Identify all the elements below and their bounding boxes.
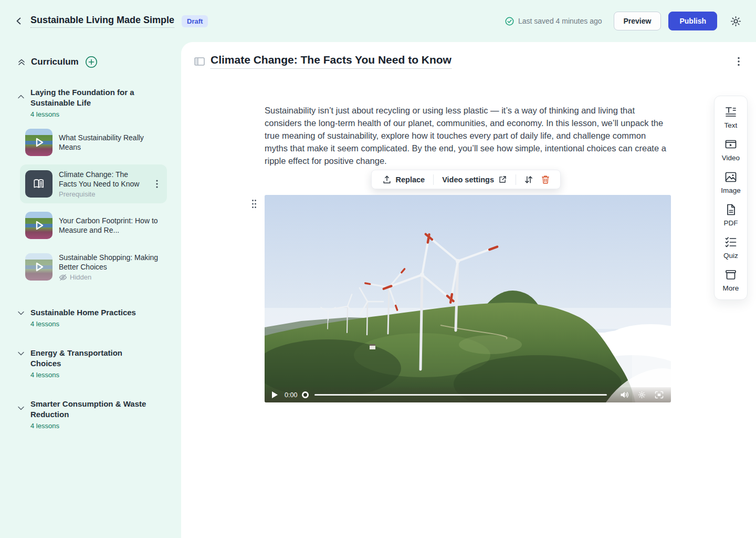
chevron-left-icon (15, 17, 23, 25)
volume-button[interactable] (618, 391, 631, 399)
upload-icon (382, 175, 392, 184)
block-type-rail: Text Video Image PDF Quiz (714, 96, 748, 300)
preview-button[interactable]: Preview (614, 12, 662, 30)
rail-label: Image (721, 187, 741, 194)
curriculum-sidebar: Curriculum Laying the Foundation for a S… (0, 42, 181, 538)
plus-circle-icon (85, 56, 98, 68)
add-text-block-button[interactable]: Text (724, 106, 738, 129)
header: Sustainable Living Made Simple Draft Las… (0, 0, 756, 42)
gear-icon (638, 391, 646, 399)
status-badge: Draft (182, 15, 208, 27)
image-block-icon (724, 171, 737, 183)
video-thumbnail (25, 253, 52, 281)
rail-label: PDF (724, 219, 738, 227)
double-chevron-up-icon (17, 57, 26, 67)
play-icon (25, 129, 52, 156)
last-saved-text: Last saved 4 minutes ago (518, 17, 602, 25)
replace-label: Replace (396, 175, 425, 184)
lesson-meta: Hidden (59, 273, 162, 281)
curriculum-title: Curriculum (31, 57, 79, 67)
scrubber-handle[interactable] (302, 391, 309, 398)
curriculum-header: Curriculum (17, 56, 174, 68)
fullscreen-icon (655, 391, 664, 399)
back-button[interactable] (13, 15, 25, 27)
video-still-wind-turbines (265, 195, 671, 402)
video-block-toolbar: Replace Video settings (371, 170, 561, 189)
add-image-block-button[interactable]: Image (721, 171, 741, 194)
section-lesson-count: 4 lessons (30, 422, 154, 430)
publish-button[interactable]: Publish (668, 12, 717, 30)
curriculum-section: Energy & Transportation Choices 4 lesson… (17, 348, 174, 379)
video-settings-button[interactable]: Video settings (438, 172, 511, 187)
section-title: Laying the Foundation for a Sustainable … (30, 87, 154, 108)
add-pdf-block-button[interactable]: PDF (724, 203, 738, 227)
section-title: Smarter Consumption & Waste Reduction (30, 399, 154, 420)
delete-block-button[interactable] (537, 172, 554, 187)
play-icon (25, 253, 52, 281)
section-lesson-count: 4 lessons (30, 371, 154, 379)
video-thumbnail (25, 212, 52, 239)
reading-thumbnail (25, 170, 52, 198)
section-header[interactable]: Energy & Transportation Choices 4 lesson… (17, 348, 174, 379)
kebab-icon (153, 179, 161, 189)
curriculum-section: Sustainable Home Practices 4 lessons (17, 307, 174, 328)
video-player[interactable]: 0:00 (265, 195, 671, 402)
lesson-meta: Prerequisite (59, 190, 146, 198)
save-status: Last saved 4 minutes ago (505, 17, 602, 26)
more-blocks-button[interactable]: More (723, 268, 739, 292)
sidebar-toggle-button[interactable] (194, 56, 205, 67)
add-quiz-block-button[interactable]: Quiz (723, 236, 738, 260)
fullscreen-button[interactable] (653, 391, 666, 399)
external-link-icon (498, 175, 507, 184)
block-drag-handle[interactable] (250, 198, 258, 210)
lesson-text-block[interactable]: Sustainability isn’t just about recyclin… (265, 104, 668, 167)
settings-button[interactable] (729, 14, 742, 28)
toolbar-divider (516, 174, 516, 185)
rail-label: Text (724, 121, 738, 129)
chevron-down-icon (17, 349, 25, 358)
lesson-menu-button[interactable] (152, 178, 162, 190)
video-controls: 0:00 (265, 387, 671, 402)
progress-bar[interactable] (314, 394, 607, 396)
section-header[interactable]: Smarter Consumption & Waste Reduction 4 … (17, 399, 174, 430)
more-blocks-icon (724, 268, 737, 281)
lesson-item-hidden[interactable]: Sustainable Shopping: Making Better Choi… (20, 247, 167, 286)
play-button[interactable] (270, 391, 280, 398)
add-video-block-button[interactable]: Video (722, 138, 740, 162)
lesson-item[interactable]: What Sustainability Really Means (20, 123, 167, 161)
add-section-button[interactable] (85, 56, 98, 68)
video-block-icon (724, 138, 737, 151)
replace-button[interactable]: Replace (378, 172, 429, 188)
lesson-title-field[interactable]: Climate Change: The Facts You Need to Kn… (211, 54, 452, 69)
section-header[interactable]: Sustainable Home Practices 4 lessons (17, 307, 174, 328)
pdf-block-icon (724, 203, 737, 216)
section-title: Energy & Transportation Choices (30, 348, 154, 369)
player-settings-button[interactable] (636, 391, 648, 399)
gear-icon (730, 15, 742, 27)
collapse-all-button[interactable] (17, 57, 26, 67)
lesson-title: Climate Change: The Facts You Need to Kn… (59, 170, 146, 189)
rail-label: Video (722, 154, 740, 162)
eye-off-icon (59, 274, 67, 281)
trash-icon (541, 174, 550, 184)
rail-label: Quiz (723, 252, 738, 260)
lesson-options-button[interactable] (734, 55, 743, 68)
panel-layout-icon (194, 56, 205, 67)
play-icon (272, 391, 278, 398)
play-icon (25, 212, 52, 239)
lesson-list: What Sustainability Really Means Climate… (20, 123, 174, 286)
lesson-title: What Sustainability Really Means (59, 133, 162, 152)
volume-icon (620, 391, 629, 399)
lesson-item[interactable]: Your Carbon Footprint: How to Measure an… (20, 206, 167, 244)
section-header[interactable]: Laying the Foundation for a Sustainable … (17, 87, 174, 118)
section-title: Sustainable Home Practices (30, 307, 136, 318)
lesson-title: Sustainable Shopping: Making Better Choi… (59, 253, 162, 272)
move-block-button[interactable] (520, 172, 537, 187)
curriculum-section: Laying the Foundation for a Sustainable … (17, 87, 174, 286)
video-thumbnail (25, 129, 52, 156)
lesson-item-selected[interactable]: Climate Change: The Facts You Need to Kn… (20, 164, 167, 203)
text-block-icon (724, 106, 737, 118)
chevron-down-icon (17, 404, 25, 412)
course-title[interactable]: Sustainable Living Made Simple (30, 15, 174, 28)
video-settings-label: Video settings (442, 175, 494, 184)
